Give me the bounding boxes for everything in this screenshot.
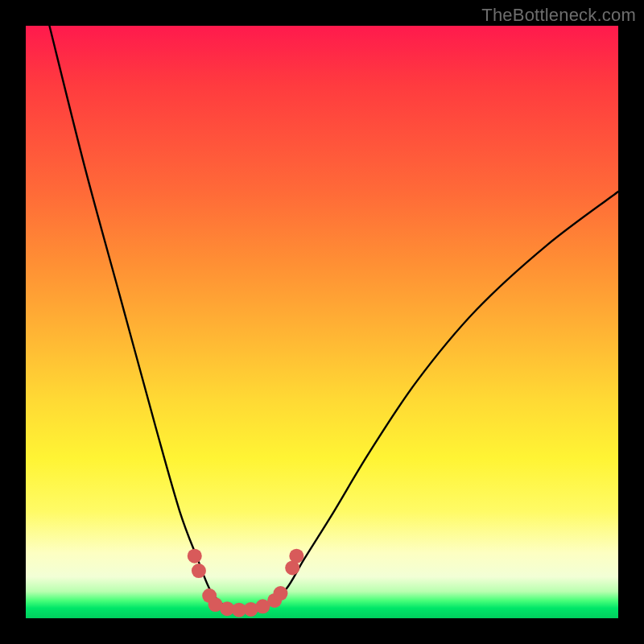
marker-dot <box>273 586 287 601</box>
watermark-text: TheBottleneck.com <box>481 5 636 26</box>
marker-dot <box>188 549 202 564</box>
plot-area <box>26 26 618 618</box>
curve-svg <box>26 26 618 618</box>
bottleneck-curve <box>49 26 618 610</box>
marker-dot <box>289 549 303 564</box>
marker-dot <box>192 564 206 578</box>
chart-frame: TheBottleneck.com <box>0 0 644 644</box>
highlight-dots <box>188 549 304 617</box>
